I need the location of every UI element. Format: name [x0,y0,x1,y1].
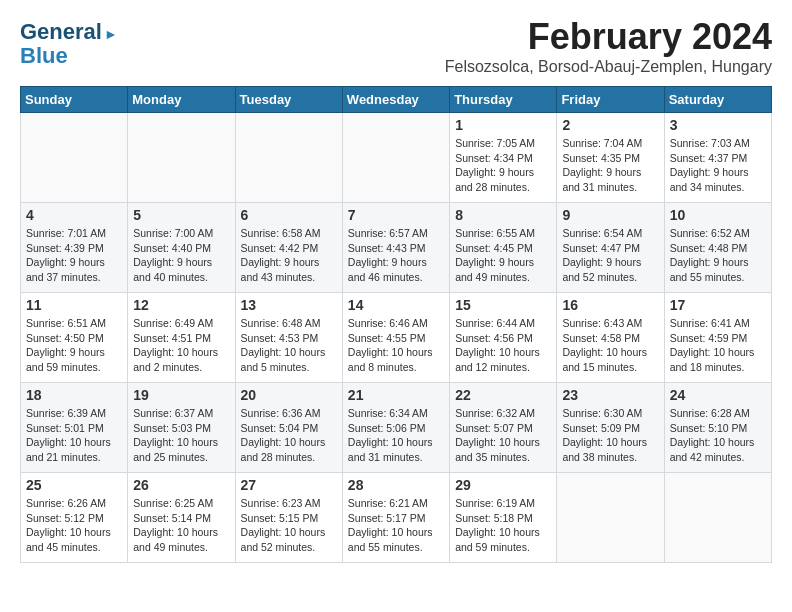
day-number: 8 [455,207,551,223]
calendar-day-cell: 22Sunrise: 6:32 AM Sunset: 5:07 PM Dayli… [450,383,557,473]
day-number: 11 [26,297,122,313]
calendar-day-cell: 6Sunrise: 6:58 AM Sunset: 4:42 PM Daylig… [235,203,342,293]
day-number: 29 [455,477,551,493]
day-number: 26 [133,477,229,493]
col-friday: Friday [557,87,664,113]
col-tuesday: Tuesday [235,87,342,113]
col-sunday: Sunday [21,87,128,113]
day-info: Sunrise: 6:54 AM Sunset: 4:47 PM Dayligh… [562,226,658,285]
day-info: Sunrise: 7:00 AM Sunset: 4:40 PM Dayligh… [133,226,229,285]
calendar-day-cell: 23Sunrise: 6:30 AM Sunset: 5:09 PM Dayli… [557,383,664,473]
day-info: Sunrise: 6:36 AM Sunset: 5:04 PM Dayligh… [241,406,337,465]
calendar-day-cell [235,113,342,203]
calendar-day-cell [342,113,449,203]
calendar-day-cell: 7Sunrise: 6:57 AM Sunset: 4:43 PM Daylig… [342,203,449,293]
day-number: 23 [562,387,658,403]
day-number: 12 [133,297,229,313]
day-info: Sunrise: 6:41 AM Sunset: 4:59 PM Dayligh… [670,316,766,375]
calendar-day-cell: 4Sunrise: 7:01 AM Sunset: 4:39 PM Daylig… [21,203,128,293]
day-info: Sunrise: 6:37 AM Sunset: 5:03 PM Dayligh… [133,406,229,465]
day-info: Sunrise: 6:19 AM Sunset: 5:18 PM Dayligh… [455,496,551,555]
day-number: 28 [348,477,444,493]
day-info: Sunrise: 6:46 AM Sunset: 4:55 PM Dayligh… [348,316,444,375]
day-info: Sunrise: 6:28 AM Sunset: 5:10 PM Dayligh… [670,406,766,465]
day-number: 6 [241,207,337,223]
day-info: Sunrise: 7:05 AM Sunset: 4:34 PM Dayligh… [455,136,551,195]
calendar-day-cell: 1Sunrise: 7:05 AM Sunset: 4:34 PM Daylig… [450,113,557,203]
calendar-day-cell: 27Sunrise: 6:23 AM Sunset: 5:15 PM Dayli… [235,473,342,563]
day-info: Sunrise: 7:01 AM Sunset: 4:39 PM Dayligh… [26,226,122,285]
col-wednesday: Wednesday [342,87,449,113]
day-number: 21 [348,387,444,403]
day-number: 5 [133,207,229,223]
day-number: 10 [670,207,766,223]
day-info: Sunrise: 6:21 AM Sunset: 5:17 PM Dayligh… [348,496,444,555]
col-thursday: Thursday [450,87,557,113]
calendar-day-cell [21,113,128,203]
day-number: 3 [670,117,766,133]
day-number: 25 [26,477,122,493]
calendar-day-cell [557,473,664,563]
day-info: Sunrise: 6:25 AM Sunset: 5:14 PM Dayligh… [133,496,229,555]
calendar-day-cell: 3Sunrise: 7:03 AM Sunset: 4:37 PM Daylig… [664,113,771,203]
day-number: 13 [241,297,337,313]
header-info: February 2024 Felsozsolca, Borsod-Abauj-… [20,16,772,76]
day-info: Sunrise: 6:48 AM Sunset: 4:53 PM Dayligh… [241,316,337,375]
calendar-subtitle: Felsozsolca, Borsod-Abauj-Zemplen, Hunga… [20,58,772,76]
logo-text: General► Blue [20,20,118,68]
calendar-day-cell: 17Sunrise: 6:41 AM Sunset: 4:59 PM Dayli… [664,293,771,383]
day-number: 16 [562,297,658,313]
day-number: 7 [348,207,444,223]
calendar-day-cell: 9Sunrise: 6:54 AM Sunset: 4:47 PM Daylig… [557,203,664,293]
calendar-day-cell: 21Sunrise: 6:34 AM Sunset: 5:06 PM Dayli… [342,383,449,473]
day-info: Sunrise: 6:39 AM Sunset: 5:01 PM Dayligh… [26,406,122,465]
day-info: Sunrise: 6:26 AM Sunset: 5:12 PM Dayligh… [26,496,122,555]
day-info: Sunrise: 6:43 AM Sunset: 4:58 PM Dayligh… [562,316,658,375]
day-number: 20 [241,387,337,403]
calendar-week-row: 11Sunrise: 6:51 AM Sunset: 4:50 PM Dayli… [21,293,772,383]
day-info: Sunrise: 7:04 AM Sunset: 4:35 PM Dayligh… [562,136,658,195]
calendar-table: Sunday Monday Tuesday Wednesday Thursday… [20,86,772,563]
day-info: Sunrise: 6:32 AM Sunset: 5:07 PM Dayligh… [455,406,551,465]
calendar-header-row: Sunday Monday Tuesday Wednesday Thursday… [21,87,772,113]
day-number: 14 [348,297,444,313]
calendar-day-cell: 24Sunrise: 6:28 AM Sunset: 5:10 PM Dayli… [664,383,771,473]
col-monday: Monday [128,87,235,113]
day-number: 27 [241,477,337,493]
day-number: 18 [26,387,122,403]
day-info: Sunrise: 6:57 AM Sunset: 4:43 PM Dayligh… [348,226,444,285]
calendar-day-cell: 16Sunrise: 6:43 AM Sunset: 4:58 PM Dayli… [557,293,664,383]
calendar-day-cell: 26Sunrise: 6:25 AM Sunset: 5:14 PM Dayli… [128,473,235,563]
day-info: Sunrise: 6:23 AM Sunset: 5:15 PM Dayligh… [241,496,337,555]
logo: General► Blue [20,20,118,68]
calendar-day-cell [664,473,771,563]
header-row: General► Blue February 2024 Felsozsolca,… [20,16,772,86]
day-number: 2 [562,117,658,133]
calendar-week-row: 18Sunrise: 6:39 AM Sunset: 5:01 PM Dayli… [21,383,772,473]
day-info: Sunrise: 6:34 AM Sunset: 5:06 PM Dayligh… [348,406,444,465]
calendar-title: February 2024 [20,16,772,58]
page-container: General► Blue February 2024 Felsozsolca,… [0,0,792,579]
day-info: Sunrise: 6:44 AM Sunset: 4:56 PM Dayligh… [455,316,551,375]
calendar-week-row: 1Sunrise: 7:05 AM Sunset: 4:34 PM Daylig… [21,113,772,203]
day-number: 17 [670,297,766,313]
day-number: 4 [26,207,122,223]
calendar-day-cell: 5Sunrise: 7:00 AM Sunset: 4:40 PM Daylig… [128,203,235,293]
day-info: Sunrise: 6:49 AM Sunset: 4:51 PM Dayligh… [133,316,229,375]
calendar-day-cell: 2Sunrise: 7:04 AM Sunset: 4:35 PM Daylig… [557,113,664,203]
day-info: Sunrise: 6:58 AM Sunset: 4:42 PM Dayligh… [241,226,337,285]
calendar-day-cell: 19Sunrise: 6:37 AM Sunset: 5:03 PM Dayli… [128,383,235,473]
calendar-day-cell: 12Sunrise: 6:49 AM Sunset: 4:51 PM Dayli… [128,293,235,383]
calendar-day-cell [128,113,235,203]
day-number: 1 [455,117,551,133]
day-info: Sunrise: 7:03 AM Sunset: 4:37 PM Dayligh… [670,136,766,195]
day-number: 9 [562,207,658,223]
calendar-day-cell: 14Sunrise: 6:46 AM Sunset: 4:55 PM Dayli… [342,293,449,383]
calendar-day-cell: 29Sunrise: 6:19 AM Sunset: 5:18 PM Dayli… [450,473,557,563]
day-number: 22 [455,387,551,403]
calendar-week-row: 25Sunrise: 6:26 AM Sunset: 5:12 PM Dayli… [21,473,772,563]
day-number: 24 [670,387,766,403]
calendar-day-cell: 18Sunrise: 6:39 AM Sunset: 5:01 PM Dayli… [21,383,128,473]
calendar-day-cell: 8Sunrise: 6:55 AM Sunset: 4:45 PM Daylig… [450,203,557,293]
day-info: Sunrise: 6:52 AM Sunset: 4:48 PM Dayligh… [670,226,766,285]
